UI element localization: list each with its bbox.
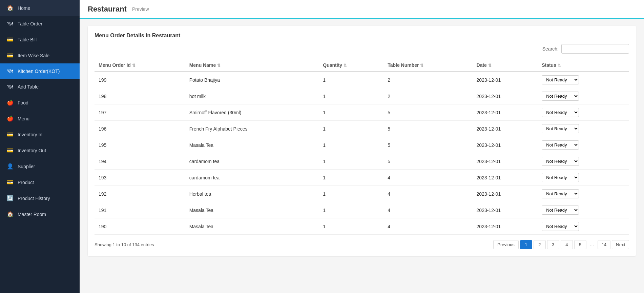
search-input[interactable]	[561, 44, 629, 54]
cell-menu_name: cardamom tea	[185, 153, 319, 170]
pagination-page-5[interactable]: 5	[574, 240, 586, 249]
kitchen-order-kot-icon: 🍽	[7, 68, 14, 74]
pagination-buttons: Previous12345…14Next	[493, 240, 629, 249]
pagination-page-1[interactable]: 1	[520, 240, 532, 249]
cell-quantity: 1	[319, 170, 383, 186]
cell-menu_order_id: 195	[95, 137, 185, 153]
sidebar-item-inventory-out[interactable]: 💳Inventory Out	[0, 142, 80, 158]
status-dropdown[interactable]: Not ReadyReadyServed	[542, 92, 579, 101]
main-content: Restaurant Preview Menu Order Details in…	[80, 0, 644, 293]
cell-menu_order_id: 191	[95, 202, 185, 218]
sort-icon-menu_name: ⇅	[217, 63, 221, 68]
table-row: 190Masala Tea142023-12-01Not ReadyReadyS…	[95, 218, 629, 235]
status-dropdown[interactable]: Not ReadyReadyServed	[542, 189, 579, 198]
table-row: 198hot milk122023-12-01Not ReadyReadySer…	[95, 88, 629, 104]
cell-menu_order_id: 199	[95, 72, 185, 88]
menu-icon: 🍎	[7, 115, 14, 122]
status-dropdown[interactable]: Not ReadyReadyServed	[542, 222, 579, 231]
table-row: 196French Fry Alphabet Pieces152023-12-0…	[95, 121, 629, 137]
status-dropdown[interactable]: Not ReadyReadyServed	[542, 108, 579, 117]
sidebar-item-menu[interactable]: 🍎Menu	[0, 111, 80, 126]
product-history-icon: 🔄	[7, 195, 14, 201]
sidebar-label-product: Product	[18, 180, 34, 185]
master-room-icon: 🏠	[7, 211, 14, 217]
cell-status: Not ReadyReadyServed	[538, 137, 629, 153]
sidebar-label-inventory-in: Inventory In	[18, 132, 42, 137]
sidebar-item-add-table[interactable]: 🍽Add Table	[0, 79, 80, 95]
sidebar-label-add-table: Add Table	[18, 84, 39, 90]
inventory-out-icon: 💳	[7, 147, 14, 154]
status-dropdown[interactable]: Not ReadyReadyServed	[542, 157, 579, 166]
sidebar-label-menu: Menu	[18, 116, 29, 121]
col-header-table_number[interactable]: Table Number⇅	[383, 59, 472, 72]
sidebar-item-product[interactable]: 💳Product	[0, 174, 80, 190]
table-row: 191Masala Tea142023-12-01Not ReadyReadyS…	[95, 202, 629, 218]
sidebar-item-table-bill[interactable]: 💳Table Bill	[0, 32, 80, 47]
cell-date: 2023-12-01	[473, 202, 538, 218]
status-dropdown[interactable]: Not ReadyReadyServed	[542, 173, 579, 182]
cell-menu_order_id: 194	[95, 153, 185, 170]
sidebar-label-item-wise-sale: Item Wise Sale	[18, 53, 49, 58]
sidebar-label-master-room: Master Room	[18, 212, 46, 217]
pagination-page-2[interactable]: 2	[534, 240, 546, 249]
status-dropdown[interactable]: Not ReadyReadyServed	[542, 75, 579, 84]
col-header-menu_name[interactable]: Menu Name⇅	[185, 59, 319, 72]
sidebar-item-food[interactable]: 🍎Food	[0, 95, 80, 111]
cell-menu_name: Masala Tea	[185, 137, 319, 153]
cell-quantity: 1	[319, 72, 383, 88]
table-header: Menu Order Id⇅Menu Name⇅Quantity⇅Table N…	[95, 59, 629, 72]
cell-date: 2023-12-01	[473, 88, 538, 104]
cell-menu_order_id: 197	[95, 104, 185, 121]
col-header-date[interactable]: Date⇅	[473, 59, 538, 72]
cell-table_number: 4	[383, 170, 472, 186]
sort-icon-table_number: ⇅	[420, 63, 423, 68]
sidebar-item-master-room[interactable]: 🏠Master Room	[0, 206, 80, 222]
sidebar-item-kitchen-order-kot[interactable]: 🍽Kitchen Order(KOT)	[0, 63, 80, 79]
cell-menu_name: cardamom tea	[185, 170, 319, 186]
cell-menu_order_id: 190	[95, 218, 185, 235]
col-header-menu_order_id[interactable]: Menu Order Id⇅	[95, 59, 185, 72]
col-header-status[interactable]: Status⇅	[538, 59, 629, 72]
cell-table_number: 5	[383, 121, 472, 137]
cell-date: 2023-12-01	[473, 72, 538, 88]
pagination-page-4[interactable]: 4	[561, 240, 573, 249]
pagination-page-3[interactable]: 3	[547, 240, 559, 249]
col-header-quantity[interactable]: Quantity⇅	[319, 59, 383, 72]
add-table-icon: 🍽	[7, 84, 14, 90]
sort-icon-status: ⇅	[558, 63, 561, 68]
status-dropdown[interactable]: Not ReadyReadyServed	[542, 206, 579, 215]
cell-status: Not ReadyReadyServed	[538, 186, 629, 202]
cell-quantity: 1	[319, 202, 383, 218]
cell-menu_order_id: 196	[95, 121, 185, 137]
pagination-row: Showing 1 to 10 of 134 entries Previous1…	[95, 240, 629, 249]
sidebar-label-home: Home	[18, 5, 30, 11]
pagination-info: Showing 1 to 10 of 134 entries	[95, 242, 154, 247]
cell-status: Not ReadyReadyServed	[538, 121, 629, 137]
cell-quantity: 1	[319, 88, 383, 104]
sidebar-label-inventory-out: Inventory Out	[18, 148, 46, 153]
page-title: Restaurant	[88, 5, 127, 14]
cell-status: Not ReadyReadyServed	[538, 170, 629, 186]
cell-status: Not ReadyReadyServed	[538, 218, 629, 235]
sidebar-item-table-order[interactable]: 🍽Table Order	[0, 16, 80, 32]
product-icon: 💳	[7, 179, 14, 185]
table-row: 195Masala Tea152023-12-01Not ReadyReadyS…	[95, 137, 629, 153]
sidebar-label-supplier: Supplier	[18, 164, 35, 169]
pagination-next[interactable]: Next	[612, 240, 629, 249]
cell-status: Not ReadyReadyServed	[538, 72, 629, 88]
status-dropdown[interactable]: Not ReadyReadyServed	[542, 124, 579, 133]
food-icon: 🍎	[7, 99, 14, 106]
pagination-previous[interactable]: Previous	[493, 240, 519, 249]
table-row: 197Smirnoff Flavored (30ml)152023-12-01N…	[95, 104, 629, 121]
pagination-page-14[interactable]: 14	[598, 240, 610, 249]
sidebar-item-item-wise-sale[interactable]: 💳Item Wise Sale	[0, 47, 80, 63]
cell-date: 2023-12-01	[473, 121, 538, 137]
cell-menu_order_id: 193	[95, 170, 185, 186]
sidebar-item-home[interactable]: 🏠Home	[0, 0, 80, 16]
cell-table_number: 5	[383, 137, 472, 153]
sidebar-item-supplier[interactable]: 👤Supplier	[0, 158, 80, 174]
sidebar-item-inventory-in[interactable]: 💳Inventory In	[0, 126, 80, 142]
cell-status: Not ReadyReadyServed	[538, 88, 629, 104]
sidebar-item-product-history[interactable]: 🔄Product History	[0, 190, 80, 206]
status-dropdown[interactable]: Not ReadyReadyServed	[542, 140, 579, 150]
